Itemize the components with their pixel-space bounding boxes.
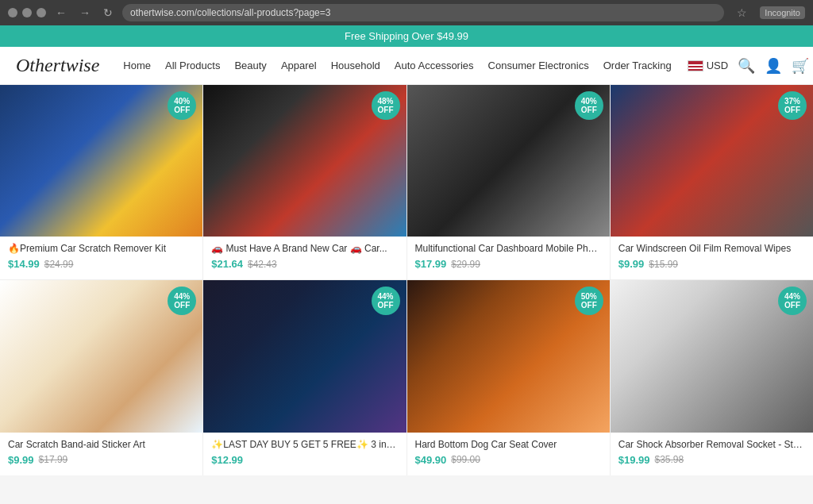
nav-consumer-electronics[interactable]: Consumer Electronics <box>488 60 589 71</box>
nav-auto-accessories[interactable]: Auto Accessories <box>395 60 474 71</box>
price-original: $35.98 <box>655 454 684 465</box>
currency-label: USD <box>707 60 728 71</box>
discount-badge: 48% OFF <box>372 91 400 120</box>
product-image-wrap: 50% OFF <box>407 280 610 432</box>
product-name: Hard Bottom Dog Car Seat Cover <box>415 439 602 450</box>
product-card-p2[interactable]: 48% OFF 🚗 Must Have A Brand New Car 🚗 Ca… <box>203 85 406 279</box>
price-current: $17.99 <box>415 258 447 270</box>
discount-off: OFF <box>581 301 597 310</box>
discount-percent: 44% <box>174 292 190 301</box>
browser-close-btn[interactable] <box>8 8 17 17</box>
product-prices: $21.64 $42.43 <box>211 258 398 270</box>
browser-chrome: ← → ↻ othertwise.com/collections/all-pro… <box>0 0 813 25</box>
discount-percent: 40% <box>174 97 190 106</box>
product-name: 🚗 Must Have A Brand New Car 🚗 Car... <box>211 243 398 254</box>
discount-percent: 50% <box>581 292 597 301</box>
discount-off: OFF <box>378 301 394 310</box>
discount-badge: 50% OFF <box>575 287 603 315</box>
discount-badge: 44% OFF <box>372 287 400 315</box>
discount-percent: 48% <box>377 97 393 106</box>
discount-off: OFF <box>378 106 394 114</box>
browser-min-btn[interactable] <box>22 8 32 17</box>
discount-badge: 40% OFF <box>575 91 603 120</box>
us-flag-icon <box>688 60 703 71</box>
product-card-p5[interactable]: 44% OFF Car Scratch Band-aid Sticker Art… <box>0 280 202 475</box>
price-original: $99.00 <box>451 454 480 465</box>
browser-back-btn[interactable]: ← <box>52 5 70 21</box>
product-card-p3[interactable]: 40% OFF Multifunctional Car Dashboard Mo… <box>407 85 610 279</box>
product-image-wrap: 44% OFF <box>611 280 813 432</box>
product-name: Car Scratch Band-aid Sticker Art <box>8 439 195 450</box>
nav-home[interactable]: Home <box>123 60 151 71</box>
nav-order-tracking[interactable]: Order Tracking <box>603 60 672 71</box>
nav-apparel[interactable]: Apparel <box>281 60 317 71</box>
discount-off: OFF <box>784 301 800 310</box>
product-prices: $19.99 $35.98 <box>618 454 805 466</box>
product-image-wrap: 40% OFF <box>407 85 610 237</box>
product-info: ✨LAST DAY BUY 5 GET 5 FREE✨ 3 in 1 Hig..… <box>203 433 406 475</box>
browser-controls <box>8 8 46 17</box>
nav-all-products[interactable]: All Products <box>165 60 220 71</box>
product-info: Car Shock Absorber Removal Socket - Stru… <box>611 433 813 475</box>
browser-forward-btn[interactable]: → <box>76 5 94 21</box>
product-info: 🔥Premium Car Scratch Remover Kit $14.99 … <box>0 237 202 279</box>
price-current: $19.99 <box>618 454 650 466</box>
price-original: $29.99 <box>451 259 480 270</box>
discount-off: OFF <box>174 301 190 310</box>
product-info: Multifunctional Car Dashboard Mobile Pho… <box>407 237 610 279</box>
cart-icon[interactable]: 🛒 <box>792 57 809 75</box>
products-section: 40% OFF 🔥Premium Car Scratch Remover Kit… <box>0 85 813 475</box>
banner-text: Free Shipping Over $49.99 <box>345 30 468 42</box>
price-current: $14.99 <box>8 258 40 270</box>
product-name: Multifunctional Car Dashboard Mobile Pho… <box>415 243 602 254</box>
product-info: Car Scratch Band-aid Sticker Art $9.99 $… <box>0 433 202 475</box>
product-card-p6[interactable]: 44% OFF ✨LAST DAY BUY 5 GET 5 FREE✨ 3 in… <box>203 280 406 475</box>
product-name: Car Windscreen Oil Film Removal Wipes <box>618 243 805 254</box>
product-card-p8[interactable]: 44% OFF Car Shock Absorber Removal Socke… <box>611 280 813 475</box>
product-info: 🚗 Must Have A Brand New Car 🚗 Car... $21… <box>203 237 406 279</box>
product-info: Car Windscreen Oil Film Removal Wipes $9… <box>611 237 813 279</box>
product-image-wrap: 48% OFF <box>203 85 406 237</box>
browser-max-btn[interactable] <box>37 8 46 17</box>
browser-reload-btn[interactable]: ↻ <box>100 5 116 21</box>
free-shipping-banner: Free Shipping Over $49.99 <box>0 25 813 47</box>
nav-beauty[interactable]: Beauty <box>234 60 266 71</box>
product-image-wrap: 44% OFF <box>0 280 202 432</box>
product-name: Car Shock Absorber Removal Socket - Stru… <box>618 439 805 450</box>
discount-off: OFF <box>581 106 597 114</box>
price-current: $12.99 <box>211 454 243 466</box>
product-info: Hard Bottom Dog Car Seat Cover $49.90 $9… <box>407 433 610 475</box>
product-prices: $17.99 $29.99 <box>415 258 602 270</box>
price-current: $49.90 <box>415 454 447 466</box>
product-name: 🔥Premium Car Scratch Remover Kit <box>8 243 195 254</box>
search-icon[interactable]: 🔍 <box>738 57 755 75</box>
price-original: $42.43 <box>248 259 277 270</box>
price-original: $15.99 <box>649 259 678 270</box>
product-image-wrap: 44% OFF <box>203 280 406 432</box>
product-prices: $9.99 $17.99 <box>8 454 195 466</box>
product-image-wrap: 40% OFF <box>0 85 202 237</box>
price-original: $17.99 <box>39 454 68 465</box>
product-prices: $12.99 <box>211 454 398 466</box>
product-image-wrap: 37% OFF <box>611 85 813 237</box>
price-current: $9.99 <box>8 454 34 466</box>
price-current: $9.99 <box>618 258 645 270</box>
product-card-p4[interactable]: 37% OFF Car Windscreen Oil Film Removal … <box>611 85 813 279</box>
main-nav: Home All Products Beauty Apparel Househo… <box>123 60 671 71</box>
site-logo[interactable]: Othertwise <box>16 55 99 76</box>
product-card-p7[interactable]: 50% OFF Hard Bottom Dog Car Seat Cover $… <box>407 280 610 475</box>
header-actions: USD 🔍 👤 🛒 <box>688 57 809 75</box>
account-icon[interactable]: 👤 <box>765 57 782 75</box>
bookmark-icon[interactable]: ☆ <box>737 6 747 19</box>
currency-selector[interactable]: USD <box>688 60 728 71</box>
products-grid: 40% OFF 🔥Premium Car Scratch Remover Kit… <box>0 85 813 475</box>
nav-household[interactable]: Household <box>331 60 380 71</box>
product-prices: $9.99 $15.99 <box>618 258 805 270</box>
discount-off: OFF <box>174 106 190 114</box>
discount-percent: 40% <box>581 97 597 106</box>
discount-badge: 40% OFF <box>168 91 196 120</box>
url-bar[interactable]: othertwise.com/collections/all-products?… <box>122 4 724 21</box>
price-current: $21.64 <box>211 258 243 270</box>
discount-percent: 37% <box>784 97 800 106</box>
product-card-p1[interactable]: 40% OFF 🔥Premium Car Scratch Remover Kit… <box>0 85 202 279</box>
